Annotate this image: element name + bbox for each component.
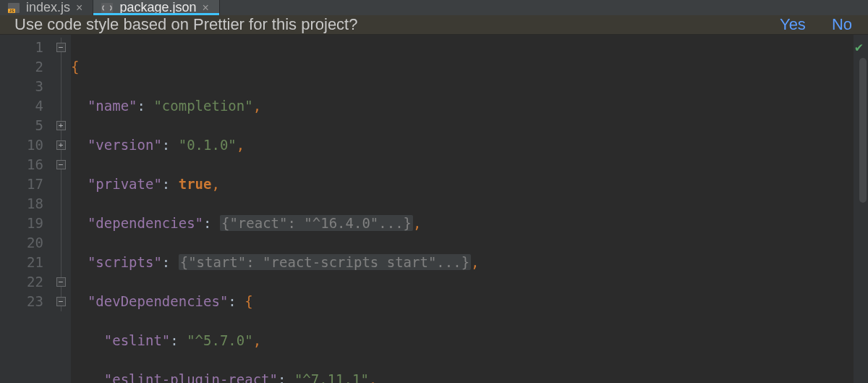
line-number: 22 [0, 272, 43, 292]
code-editor[interactable]: 1 2 3 4 5 10 16 17 18 19 20 21 22 23 −++… [0, 35, 868, 383]
line-number: 23 [0, 292, 43, 311]
code-area[interactable]: { "name": "completion", "version": "0.1.… [71, 35, 854, 383]
fold-cell [51, 214, 71, 233]
code-token: "private" [88, 176, 162, 192]
folded-region[interactable]: {"react": "^16.4.0"...} [220, 215, 413, 231]
fold-cell: − [51, 155, 71, 174]
fold-cell [51, 174, 71, 194]
code-token: : [162, 176, 179, 192]
code-token: , [237, 137, 244, 153]
js-file-icon: JS [7, 1, 20, 14]
tab-label: index.js [26, 0, 70, 15]
code-token: : [170, 332, 187, 348]
fold-collapse-icon[interactable]: − [56, 160, 66, 169]
notification-yes-link[interactable]: Yes [780, 15, 806, 34]
fold-cell [51, 253, 71, 272]
code-token: "version" [88, 137, 162, 153]
code-token: : [162, 137, 179, 153]
code-token: : [228, 293, 244, 309]
line-number: 21 [0, 253, 43, 272]
fold-cell: − [51, 38, 71, 57]
code-token: , [253, 98, 261, 114]
json-file-icon [101, 1, 114, 14]
code-token: "eslint" [104, 332, 171, 348]
code-token: "0.1.0" [179, 137, 237, 153]
line-number: 17 [0, 174, 43, 194]
code-token: : [203, 215, 220, 231]
code-token: , [212, 176, 220, 192]
code-token: "^7.11.1" [294, 371, 369, 383]
line-number: 2 [0, 57, 43, 77]
fold-collapse-icon[interactable]: − [56, 43, 66, 52]
line-number: 20 [0, 233, 43, 253]
close-icon[interactable]: × [202, 1, 208, 14]
svg-text:JS: JS [9, 9, 14, 13]
line-number: 4 [0, 96, 43, 116]
code-token: true [179, 176, 212, 192]
scrollbar-thumb[interactable] [859, 58, 867, 203]
line-number: 10 [0, 135, 43, 155]
fold-cell: + [51, 135, 71, 155]
fold-end-icon[interactable]: − [56, 297, 66, 306]
notification-no-link[interactable]: No [832, 15, 852, 34]
fold-cell [51, 194, 71, 214]
fold-cell: + [51, 116, 71, 135]
fold-cell [51, 57, 71, 77]
fold-cell: − [51, 292, 71, 311]
line-number-gutter: 1 2 3 4 5 10 16 17 18 19 20 21 22 23 [0, 35, 51, 383]
code-token: "completion" [153, 98, 252, 114]
line-number: 3 [0, 77, 43, 96]
fold-cell: − [51, 272, 71, 292]
code-token: "scripts" [88, 254, 162, 270]
code-token: , [253, 332, 261, 348]
tab-package-json[interactable]: package.json × [93, 0, 219, 15]
code-token: "eslint-plugin-react" [104, 371, 278, 383]
code-token: : [162, 254, 179, 270]
line-number: 18 [0, 194, 43, 214]
fold-expand-icon[interactable]: + [56, 121, 66, 130]
code-token: "^5.7.0" [187, 332, 253, 348]
code-token: : [137, 98, 154, 114]
analysis-ok-icon: ✔ [855, 39, 863, 54]
line-number: 16 [0, 155, 43, 174]
line-number: 19 [0, 214, 43, 233]
tab-label: package.json [119, 0, 196, 15]
notification-bar: Use code style based on Prettier for thi… [0, 15, 868, 35]
line-number: 5 [0, 116, 43, 135]
folded-region[interactable]: {"start": "react-scripts start"...} [179, 254, 471, 270]
notification-message: Use code style based on Prettier for thi… [14, 15, 780, 34]
code-token: { [244, 293, 252, 309]
code-token: "devDependencies" [88, 293, 228, 309]
close-icon[interactable]: × [76, 1, 82, 14]
tab-index-js[interactable]: JS index.js × [0, 0, 93, 15]
code-token: { [71, 59, 79, 75]
ide-window: JS index.js × package.json × Use code st… [0, 0, 868, 383]
code-token: "name" [88, 98, 137, 114]
code-token: , [413, 215, 421, 231]
fold-cell [51, 77, 71, 96]
fold-expand-icon[interactable]: + [56, 140, 66, 150]
line-number: 1 [0, 38, 43, 57]
code-token: "dependencies" [88, 215, 203, 231]
editor-tab-bar: JS index.js × package.json × [0, 0, 868, 15]
marker-stripe: ✔ [854, 35, 868, 383]
fold-cell [51, 233, 71, 253]
fold-cell [51, 96, 71, 116]
fold-end-icon[interactable]: − [56, 277, 66, 287]
code-token: : [278, 371, 294, 383]
code-token: , [369, 371, 377, 383]
code-token: , [471, 254, 479, 270]
fold-gutter: −++−−− [51, 35, 71, 383]
